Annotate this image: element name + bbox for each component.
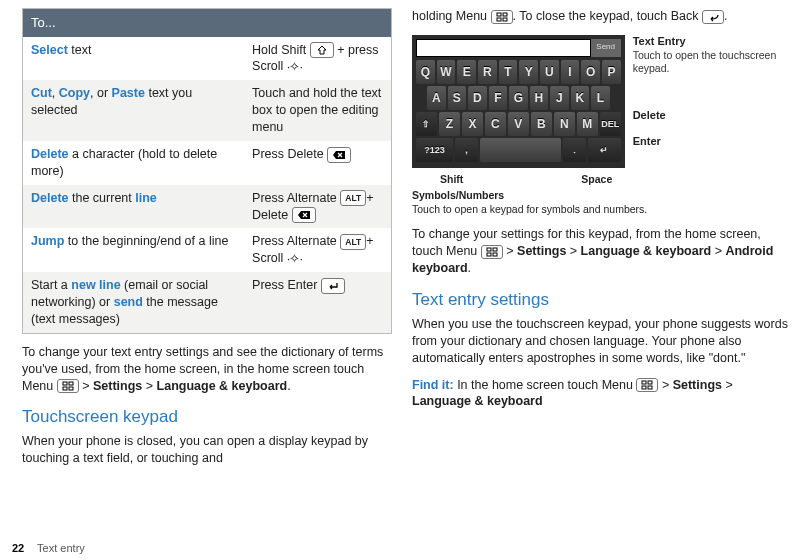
send-button[interactable]: Send	[591, 39, 621, 57]
key-row: ?123,․↵	[416, 138, 621, 162]
annot-enter-label: Enter	[633, 135, 789, 149]
text: >	[79, 379, 93, 393]
accent-jump: Jump	[31, 234, 64, 248]
keypad-key[interactable]: Y	[519, 60, 538, 84]
accent-delete: Delete	[31, 191, 69, 205]
keypad-key[interactable]: A	[427, 86, 446, 110]
keypad-key[interactable]: S	[448, 86, 467, 110]
section-name: Text entry	[37, 542, 85, 554]
keypad-key[interactable]: D	[468, 86, 487, 110]
keypad-key[interactable]: O	[581, 60, 600, 84]
accent-paste: Paste	[112, 86, 145, 100]
keypad-key[interactable]: R	[478, 60, 497, 84]
alt-key-icon: ALT	[340, 234, 366, 250]
cell-text: Press Delete	[252, 147, 327, 161]
keypad-key[interactable]: DEL	[600, 112, 621, 136]
keypad-key[interactable]: L	[591, 86, 610, 110]
annot-shift-label: Shift	[440, 172, 463, 186]
page-footer: 22 Text entry	[12, 541, 85, 556]
table-row: Delete a character (hold to delete more)…	[23, 141, 392, 185]
shift-key-icon	[310, 42, 334, 58]
text: >	[503, 244, 517, 258]
breadcrumb-settings: Settings	[517, 244, 566, 258]
keypad-key[interactable]: E	[457, 60, 476, 84]
text: .	[287, 379, 290, 393]
cell-text: ,	[52, 86, 59, 100]
keypad-key[interactable]: ?123	[416, 138, 453, 162]
annot-symnum-sub: Touch to open a keypad for symbols and n…	[412, 203, 647, 215]
keypad-figure: Send QWERTYUIOP ASDFGHJKL ⇧ZXCVBNMDEL ?1…	[412, 35, 789, 168]
svg-rect-8	[487, 248, 491, 251]
keypad-key[interactable]: V	[508, 112, 529, 136]
keypad-key[interactable]: Q	[416, 60, 435, 84]
keypad-key[interactable]: ↵	[588, 138, 620, 162]
body-paragraph: When your phone is closed, you can open …	[22, 433, 392, 467]
svg-rect-1	[69, 382, 73, 385]
keypad-key[interactable]: W	[437, 60, 456, 84]
breadcrumb-langkbd: Language & keyboard	[412, 394, 543, 408]
text-entry-field[interactable]	[416, 39, 591, 57]
text: .	[468, 261, 471, 275]
keypad-key[interactable]: P	[602, 60, 621, 84]
delete-key-icon	[327, 147, 351, 163]
keypad-key[interactable]: ⇧	[416, 112, 437, 136]
keypad-key[interactable]: Z	[439, 112, 460, 136]
annotation-column: Text Entry Touch to open the touchscreen…	[633, 35, 789, 168]
heading-touchscreen-keypad: Touchscreen keypad	[22, 406, 392, 429]
page-number: 22	[12, 542, 24, 554]
annot-symbols-numbers: Symbols/Numbers Touch to open a keypad f…	[412, 188, 789, 216]
svg-rect-7	[503, 18, 507, 21]
menu-icon	[481, 245, 503, 259]
body-paragraph: Find it: In the home screen touch Menu >…	[412, 377, 789, 411]
cell-text: Start a	[31, 278, 71, 292]
alt-key-icon: ALT	[340, 190, 366, 206]
keypad-key[interactable]: U	[540, 60, 559, 84]
svg-rect-14	[642, 386, 646, 389]
cell-text: Touch and hold the text box to open the …	[244, 80, 391, 141]
table-header: To...	[23, 9, 392, 37]
svg-rect-2	[63, 387, 67, 390]
menu-icon	[491, 10, 513, 24]
keypad-key[interactable]: T	[499, 60, 518, 84]
svg-rect-5	[503, 13, 507, 16]
keypad-key[interactable]: H	[530, 86, 549, 110]
accent-newline: new line	[71, 278, 120, 292]
keypad-key[interactable]: B	[531, 112, 552, 136]
body-paragraph: To change your settings for this keypad,…	[412, 226, 789, 277]
keypad-key[interactable]: N	[554, 112, 575, 136]
keypad-key[interactable]: ,	[455, 138, 478, 162]
lower-annotation-row: Shift Space	[440, 172, 789, 186]
breadcrumb-langkbd: Language & keyboard	[581, 244, 712, 258]
key-row: ⇧ZXCVBNMDEL	[416, 112, 621, 136]
keypad-key[interactable]: K	[571, 86, 590, 110]
keypad-key[interactable]: ․	[563, 138, 586, 162]
key-row: QWERTYUIOP	[416, 60, 621, 84]
text: >	[566, 244, 580, 258]
accent-send: send	[114, 295, 143, 309]
breadcrumb-settings: Settings	[673, 378, 722, 392]
touchscreen-keypad: Send QWERTYUIOP ASDFGHJKL ⇧ZXCVBNMDEL ?1…	[412, 35, 625, 168]
cell-text: , or	[90, 86, 112, 100]
keypad-key[interactable]: X	[462, 112, 483, 136]
annot-space-label: Space	[581, 172, 612, 186]
keypad-key[interactable]: M	[577, 112, 598, 136]
keypad-key[interactable]: C	[485, 112, 506, 136]
svg-rect-11	[493, 253, 497, 256]
keypad-key[interactable]: G	[509, 86, 528, 110]
svg-rect-10	[487, 253, 491, 256]
svg-rect-13	[648, 381, 652, 384]
svg-rect-6	[497, 18, 501, 21]
breadcrumb-langkbd: Language & keyboard	[157, 379, 288, 393]
svg-rect-0	[63, 382, 67, 385]
cell-text: text	[68, 43, 92, 57]
accent-delete: Delete	[31, 147, 69, 161]
body-paragraph: When you use the touchscreen keypad, you…	[412, 316, 789, 367]
svg-rect-3	[69, 387, 73, 390]
cell-text: the current	[69, 191, 136, 205]
keypad-key[interactable]: I	[561, 60, 580, 84]
body-paragraph: holding Menu . To close the keypad, touc…	[412, 8, 789, 25]
keypad-key[interactable]: F	[489, 86, 508, 110]
text: >	[142, 379, 156, 393]
keypad-key[interactable]	[480, 138, 561, 162]
keypad-key[interactable]: J	[550, 86, 569, 110]
